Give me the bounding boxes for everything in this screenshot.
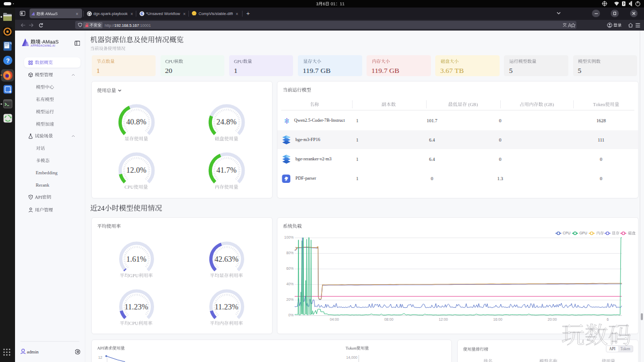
- svg-text:?: ?: [6, 57, 10, 64]
